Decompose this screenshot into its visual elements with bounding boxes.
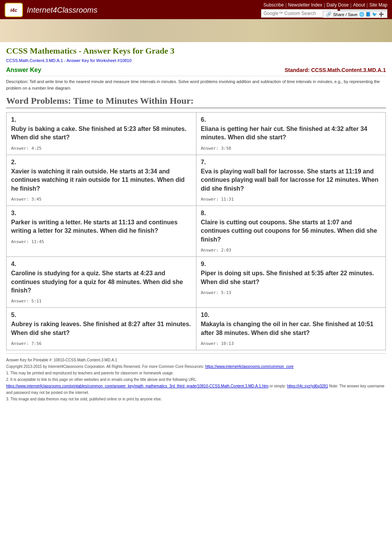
share-icons: 🌐 📘 🐦 ➕ [359, 12, 384, 17]
question-cell: 4. Caroline is studying for a quiz. She … [7, 257, 196, 308]
nav-newsletter[interactable]: Newsletter Index [288, 2, 322, 8]
q2-number: 2. [11, 159, 191, 166]
question-row: 2. Xavier is watching it rain outside. H… [7, 155, 386, 206]
footer-url1[interactable]: https://www.internet4classrooms.com/prin… [6, 384, 268, 388]
q6-text: Eliana is getting her hair cut. She fini… [201, 125, 381, 142]
question-cell: 6. Eliana is getting her hair cut. She f… [196, 113, 386, 155]
share-icon: 🔗 [326, 12, 332, 17]
q3-text: Parker is writing a letter. He starts at… [11, 218, 191, 235]
question-cell: 7. Eva is playing wall ball for lacrosse… [196, 155, 386, 206]
q1-answer: Answer: 4:25 [11, 146, 191, 151]
footer-line4: 2. It is acceptable to link to this page… [6, 376, 386, 383]
question-row: 3. Parker is writing a letter. He starts… [7, 206, 386, 256]
description: Description: Tell and write time to the … [6, 78, 386, 91]
q8-answer: Answer: 2:03 [201, 248, 381, 253]
footer-line1: Answer Key for Printable #: 10810-CCSS.M… [6, 357, 386, 363]
answer-key-header: Answer Key Standard: CCSS.Math.Content.3… [6, 67, 386, 76]
question-cell: 9. Piper is doing sit ups. She finished … [196, 257, 386, 308]
q1-text: Ruby is baking a cake. She finished at 5… [11, 125, 191, 142]
nav-links: Subscribe | Newsletter Index | Daily Dos… [263, 2, 387, 8]
q9-answer: Answer: 5:13 [201, 290, 381, 295]
q10-answer: Answer: 10:13 [201, 341, 381, 346]
footer-line2: Copyright 2013-2015 by Internet4Classroo… [6, 363, 386, 370]
footer-line5: 3. This image and data thereon may not b… [6, 396, 386, 402]
question-cell: 1. Ruby is baking a cake. She finished a… [7, 113, 196, 155]
q9-text: Piper is doing sit ups. She finished at … [201, 269, 381, 286]
logo-text: i4c [10, 8, 17, 13]
top-bar: i4c Internet4Classrooms Subscribe | News… [0, 0, 392, 19]
footer-line3: 1. This may be printed and reproduced by… [6, 370, 386, 376]
q2-answer: Answer: 3:45 [11, 197, 191, 202]
q1-number: 1. [11, 116, 191, 123]
q4-text: Caroline is studying for a quiz. She sta… [11, 269, 191, 295]
site-title: Internet4Classrooms [27, 6, 98, 15]
q6-number: 6. [201, 116, 381, 123]
q6-answer: Answer: 3:58 [201, 146, 381, 151]
question-row: 5. Aubrey is raking leaves. She finished… [7, 308, 386, 350]
q8-text: Claire is cutting out coupons. She start… [201, 218, 381, 244]
q4-number: 4. [11, 261, 191, 268]
q3-number: 3. [11, 210, 191, 217]
share-save-button[interactable]: 🔗 Share / Save 🌐 📘 🐦 ➕ [323, 11, 387, 18]
logo-area: i4c Internet4Classrooms [5, 3, 98, 17]
nav-subscribe[interactable]: Subscribe [263, 2, 284, 8]
q10-text: Makayla is changing the oil in her car. … [201, 320, 381, 337]
main-content: CCSS Mathematics - Answer Keys for Grade… [0, 42, 392, 409]
q5-text: Aubrey is raking leaves. She finished at… [11, 320, 191, 337]
question-row: 1. Ruby is baking a cake. She finished a… [7, 113, 386, 155]
breadcrumb: CCSS.Math.Content.3.MD.A.1 - Answer Key … [6, 58, 386, 63]
q5-number: 5. [11, 312, 191, 318]
question-cell: 8. Claire is cutting out coupons. She st… [196, 206, 386, 256]
logo-icon: i4c [5, 3, 23, 17]
nav-about[interactable]: About [353, 2, 365, 8]
question-cell: 2. Xavier is watching it rain outside. H… [7, 155, 196, 206]
footer-link1[interactable]: https://www.internet4classrooms.com/comm… [205, 364, 294, 369]
q7-text: Eva is playing wall ball for lacrosse. S… [201, 167, 381, 193]
q5-answer: Answer: 7:56 [11, 341, 191, 346]
question-cell: 5. Aubrey is raking leaves. She finished… [7, 308, 196, 350]
nav-sitemap[interactable]: Site Map [369, 2, 387, 8]
q3-answer: Answer: 11:45 [11, 239, 191, 244]
footer: Answer Key for Printable #: 10810-CCSS.M… [6, 353, 386, 405]
footer-urls: https://www.internet4classrooms.com/prin… [6, 383, 386, 396]
answer-key-label: Answer Key [6, 67, 41, 74]
q7-answer: Answer: 11:31 [201, 197, 381, 202]
footer-url2[interactable]: https://i4c.xyz/yd6q3281 [287, 384, 328, 388]
q8-number: 8. [201, 210, 381, 217]
question-cell: 10. Makayla is changing the oil in her c… [196, 308, 386, 350]
q7-number: 7. [201, 159, 381, 166]
question-row: 4. Caroline is studying for a quiz. She … [7, 257, 386, 308]
questions-grid: 1. Ruby is baking a cake. She finished a… [6, 112, 386, 350]
q9-number: 9. [201, 261, 381, 268]
question-cell: 3. Parker is writing a letter. He starts… [7, 206, 196, 256]
nav-daily-dose[interactable]: Daily Dose [327, 2, 349, 8]
page-heading: CCSS Mathematics - Answer Keys for Grade… [6, 46, 386, 56]
q2-text: Xavier is watching it rain outside. He s… [11, 167, 191, 193]
q10-number: 10. [201, 312, 381, 318]
standard-label: Standard: CCSS.Math.Content.3.MD.A.1 [285, 67, 386, 73]
q4-answer: Answer: 5:11 [11, 299, 191, 304]
section-title: Word Problems: Time to Minutes Within Ho… [6, 96, 386, 108]
